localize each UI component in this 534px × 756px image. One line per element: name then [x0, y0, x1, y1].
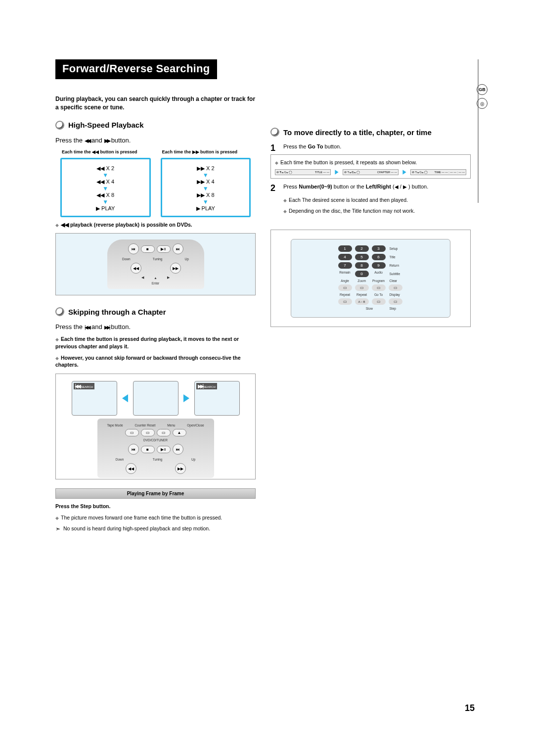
label: Angle [338, 279, 352, 283]
arrow-right-icon [335, 170, 338, 175]
t: Press [283, 184, 299, 189]
label: Step [389, 307, 403, 310]
dvd-label: DVD/CD/TUNER [143, 438, 168, 442]
key-ab: A↔B [355, 298, 369, 305]
goto-panel: Each time the button is pressed, it repe… [270, 154, 471, 179]
stop-button: ■ [141, 245, 155, 253]
label: SEARCH [203, 385, 216, 388]
skip-fwd-icon [104, 323, 109, 331]
t: button or the [332, 184, 366, 189]
down-arrow-icon: ▼ [164, 198, 248, 205]
key-1: 1 [338, 245, 352, 252]
note-icon: ➣ [55, 525, 60, 533]
right-column: To move directly to a title, chapter, or… [270, 95, 471, 535]
key: ▭ [355, 284, 369, 291]
remote-figure-1: ⏮ ■ ▶II ⏭ Down Tuning Up ◀◀ [55, 233, 256, 295]
diamond-icon [283, 208, 289, 214]
label: Program [372, 279, 386, 283]
label: Tuning [153, 257, 163, 261]
label: Go To [372, 293, 386, 296]
arrow-left-icon [122, 394, 128, 402]
manual-page: GB ◎ Forward/Reverse Searching During pl… [0, 0, 534, 756]
section-highspeed: High-Speed Playback [55, 121, 256, 130]
label: Subtitle [389, 272, 403, 276]
label: Counter Reset [134, 424, 155, 427]
rewind-button: ◀◀ [131, 263, 141, 274]
diamond-icon [55, 222, 61, 228]
label: Slow [362, 307, 376, 310]
label: Audio [372, 271, 386, 277]
text: Press the [55, 137, 83, 144]
remote-mock: ⏮ ■ ▶II ⏭ Down Tuning Up ◀◀ [107, 239, 204, 289]
label: Zoom [355, 279, 369, 283]
t: Press the [283, 143, 306, 149]
left-arrow-icon: ◀ [141, 276, 144, 280]
step-text: Press Number(0~9) button or the Left/Rig… [283, 184, 428, 189]
section-goto: To move directly to a title, chapter, or… [270, 128, 471, 137]
content-area: Forward/Reverse Searching During playbac… [55, 59, 471, 535]
label: Setup [389, 247, 403, 250]
skip-fwd-icon [198, 383, 203, 389]
key: ▭ [372, 298, 386, 305]
disc-icon: ◎ [477, 98, 488, 109]
note-text: Each time the button is pressed during p… [55, 336, 239, 349]
speed-table: Each time the ◀◀ button is pressed ◀◀ X … [55, 149, 256, 217]
t: ) button. [407, 184, 428, 189]
text: Press the [55, 323, 83, 331]
skip-fwd-button: ⏭ [173, 243, 183, 254]
play-pause-button: ▶II [157, 245, 171, 253]
down-arrow-icon: ▼ [64, 172, 147, 179]
col-head: Each time the ◀◀ button is pressed [62, 149, 149, 154]
step-number: 1 [270, 143, 278, 152]
goto-chapter-bar: ⊘ T₀₁ C₀₁ ◯CHAPTER — — [343, 169, 399, 175]
bullet-icon [55, 307, 64, 316]
section-title: To move directly to a title, chapter, or… [283, 128, 432, 137]
key: ▭ [389, 298, 402, 305]
text: and [91, 323, 102, 331]
key: ▭ [338, 284, 352, 291]
skip-back-button: ⏮ [128, 444, 139, 455]
arrow-right-icon [183, 394, 189, 402]
label: SEARCH [81, 385, 93, 388]
screen-mid [133, 381, 178, 416]
screen-right: SEARCH [194, 381, 240, 416]
speed-item: ▶ PLAY [164, 205, 248, 212]
text: and [91, 137, 102, 144]
note-text: Each The desired scene is located and th… [289, 197, 408, 203]
ff-button: ▶▶ [170, 263, 181, 274]
key: ▭ [389, 284, 402, 291]
side-tab: GB ◎ [477, 84, 489, 109]
right-arrow-icon: ▶ [167, 276, 170, 280]
key-2: 2 [355, 245, 369, 252]
page-number: 15 [465, 703, 475, 713]
rewind-icon [85, 137, 89, 144]
skip-back-icon [85, 323, 89, 331]
label: Repeat [338, 293, 352, 296]
bullet-icon [55, 121, 64, 130]
key-5: 5 [355, 254, 369, 260]
speed-item: ◀◀ X 2 [64, 165, 147, 172]
speed-item: ▶▶ X 2 [164, 165, 248, 172]
label: Tape Mode [107, 424, 123, 427]
frame-bar: Playing Frame by Frame [55, 488, 256, 499]
remote-mock: Tape Mode Counter Reset Menu Open/Close … [97, 419, 214, 478]
text: button. [111, 323, 131, 331]
up-arrow-icon: ▲ [154, 276, 157, 280]
label: Menu [167, 424, 175, 427]
label: Up [185, 257, 189, 261]
enter-label: Enter [152, 282, 160, 285]
diamond-icon [55, 515, 61, 520]
diamond-icon [283, 197, 289, 203]
down-arrow-icon: ▼ [64, 198, 147, 205]
frame-instruction: Press the Step button. [55, 503, 256, 510]
skip-back-button: ⏮ [128, 243, 139, 254]
note: ◀◀ playback (reverse playback) is possib… [55, 221, 256, 229]
step-2: 2 Press Number(0~9) button or the Left/R… [270, 184, 471, 192]
note-text: Depending on the disc, the Title functio… [289, 208, 415, 214]
right-arrow-icon [403, 184, 407, 189]
language-badge: GB [477, 84, 488, 95]
reset-button: ▭ [141, 429, 155, 436]
key-3: 3 [372, 245, 386, 252]
open-button: ▲ [173, 429, 186, 436]
keypad: 1 2 3 Setup 4 5 6 Title 7 [291, 239, 450, 318]
